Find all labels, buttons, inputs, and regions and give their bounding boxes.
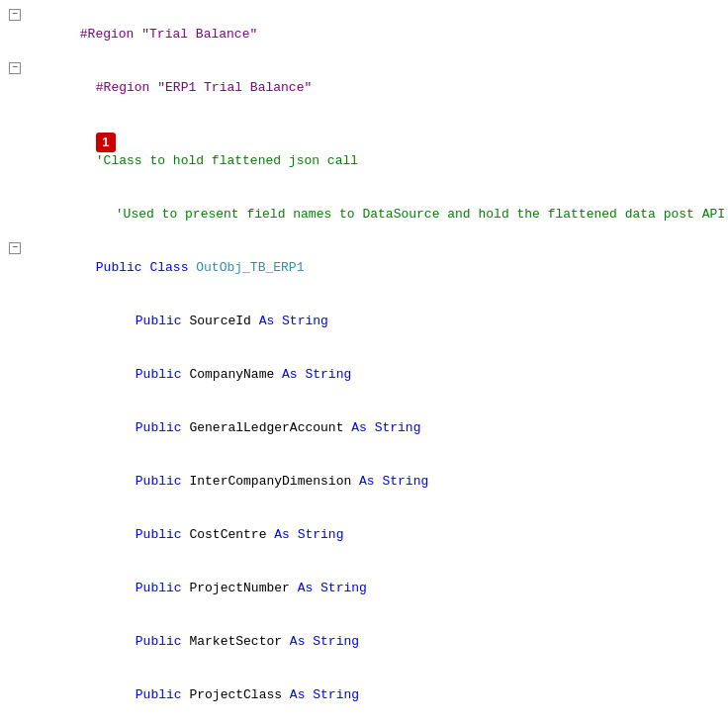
public-kw1: Public: [96, 260, 150, 275]
collapse-class1-icon[interactable]: −: [9, 242, 21, 254]
outer-region-start: − #Region "Trial Balance": [0, 8, 728, 61]
class1-prop7: Public MarketSector As String: [0, 615, 728, 669]
class1-declaration: Public Class OutObj_TB_ERP1: [30, 241, 728, 295]
erp1-region-text: #Region "ERP1 Trial Balance": [96, 80, 312, 95]
gutter-erp1[interactable]: −: [0, 61, 30, 74]
comment2-content: 'Used to present field names to DataSour…: [30, 188, 728, 241]
class1-prop5: Public CostCentre As String: [0, 508, 728, 562]
class1-prop3: Public GeneralLedgerAccount As String: [0, 402, 728, 455]
collapse-outer-icon[interactable]: −: [9, 9, 21, 21]
erp1-region-label: #Region "ERP1 Trial Balance": [30, 61, 728, 115]
gutter-label1: [0, 115, 30, 116]
label1-content: 1 'Class to hold flattened json call: [30, 115, 728, 188]
class1-prop6: Public ProjectNumber As String: [0, 562, 728, 615]
prop1: Public SourceId As String: [30, 295, 728, 348]
class1-prop2: Public CompanyName As String: [0, 348, 728, 402]
class-kw1: Class: [149, 260, 196, 275]
region-number-1: 1: [96, 133, 116, 152]
collapse-erp1-icon[interactable]: −: [9, 62, 21, 74]
outer-region-label: #Region "Trial Balance": [30, 8, 728, 61]
class1-decl-line: − Public Class OutObj_TB_ERP1: [0, 241, 728, 295]
gutter-outer[interactable]: −: [0, 8, 30, 21]
class1-prop4: Public InterCompanyDimension As String: [0, 455, 728, 508]
comment2-line: 'Used to present field names to DataSour…: [0, 188, 728, 241]
gutter-class1[interactable]: −: [0, 241, 30, 254]
class1-prop8: Public ProjectClass As String: [0, 669, 728, 722]
editor: − #Region "Trial Balance" − #Region "ERP…: [0, 0, 728, 725]
label1-line: 1 'Class to hold flattened json call: [0, 115, 728, 188]
class1-prop1: Public SourceId As String: [0, 295, 728, 348]
comment1: 'Class to hold flattened json call: [96, 153, 358, 168]
class1-name: OutObj_TB_ERP1: [196, 260, 304, 275]
comment2-text: 'Used to present field names to DataSour…: [116, 207, 728, 222]
gutter-comment2: [0, 188, 30, 189]
g1: [0, 295, 30, 296]
erp1-region-start: − #Region "ERP1 Trial Balance": [0, 61, 728, 115]
region-keyword: #Region "Trial Balance": [80, 27, 257, 42]
